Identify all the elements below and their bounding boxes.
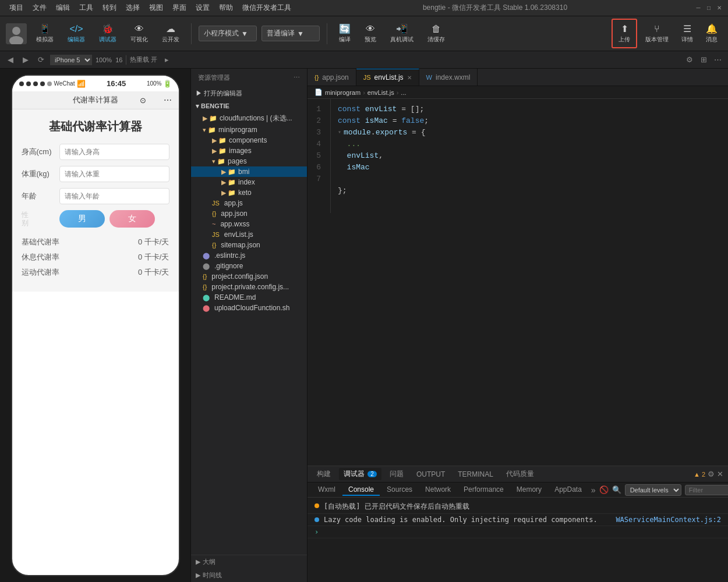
console-tab-sources[interactable]: Sources <box>381 484 418 496</box>
tab-close-envlist[interactable]: ✕ <box>407 74 412 81</box>
tab-codequality[interactable]: 代码质量 <box>501 468 539 480</box>
maximize-button[interactable]: □ <box>705 4 713 12</box>
nav-more-icon[interactable]: ⋯ <box>164 95 172 105</box>
clear-cache-button[interactable]: 🗑 清缓存 <box>423 22 450 46</box>
folder-icon: ▶ 📁 <box>212 147 227 155</box>
compiler-dropdown[interactable]: 普通编译 ▼ <box>261 26 320 41</box>
menu-interface[interactable]: 界面 <box>168 2 191 14</box>
outline-section[interactable]: ▶ 大纲 <box>191 555 307 569</box>
file-item-envlist[interactable]: JS envList.js <box>191 229 307 240</box>
console-line-3[interactable]: › <box>308 526 728 538</box>
detail-button[interactable]: ☰ 详情 <box>677 21 698 46</box>
timeline-section[interactable]: ▶ 时间线 <box>191 569 307 582</box>
code-editor[interactable]: 1 2 3 4 5 6 7 const envList = []; const … <box>308 99 728 466</box>
male-button[interactable]: 男 <box>59 210 105 228</box>
message-button[interactable]: 🔔 消息 <box>701 21 722 46</box>
breadcrumb-miniprogram[interactable]: miniprogram <box>325 89 361 96</box>
debugger-button[interactable]: 🐞 调试器 <box>94 21 121 46</box>
minimize-button[interactable]: ─ <box>694 4 702 12</box>
close-button[interactable]: ✕ <box>715 4 723 12</box>
filter-input[interactable] <box>685 485 728 495</box>
console-link-1[interactable]: WAServiceMainContext.js:2 <box>616 516 721 524</box>
more-tabs-icon[interactable]: » <box>589 485 598 495</box>
menu-wechat[interactable]: 微信开发者工具 <box>238 2 296 14</box>
cloud-button[interactable]: ☁ 云开发 <box>157 21 184 46</box>
console-tab-console[interactable]: Console <box>342 484 380 496</box>
visual-button[interactable]: 👁 可视化 <box>126 22 153 46</box>
open-editors-section[interactable]: ▶ 打开的编辑器 <box>191 87 307 100</box>
layout-icon[interactable]: ⊞ <box>698 54 709 66</box>
bottom-close-icon[interactable]: ✕ <box>717 470 723 478</box>
nav-menu-icon[interactable]: ⊙ <box>140 96 146 105</box>
tab-envlist-js[interactable]: JS envList.js ✕ <box>356 69 419 86</box>
settings-icon[interactable]: ⚙ <box>684 54 695 66</box>
file-item-app-json[interactable]: {} app.json <box>191 208 307 219</box>
menu-help[interactable]: 帮助 <box>214 2 238 14</box>
file-item-components[interactable]: ▶ 📁 components <box>191 135 307 146</box>
menu-tools[interactable]: 工具 <box>75 2 98 14</box>
tab-build[interactable]: 构建 <box>312 468 335 480</box>
back-icon[interactable]: ◀ <box>5 54 16 66</box>
file-item-images[interactable]: ▶ 📁 images <box>191 146 307 156</box>
menu-file[interactable]: 文件 <box>28 2 51 14</box>
weight-input[interactable] <box>59 166 169 182</box>
file-item-pages[interactable]: ▾ 📁 pages <box>191 156 307 166</box>
breadcrumb-envlist[interactable]: envList.js <box>367 89 394 96</box>
file-item-project-private[interactable]: {} project.private.config.js... <box>191 282 307 292</box>
file-item-cloudfunctions[interactable]: ▶ 📁 cloudfunctions | (未选... <box>191 112 307 125</box>
tab-terminal[interactable]: TERMINAL <box>453 469 498 480</box>
simulator-button[interactable]: 📱 模拟器 <box>31 21 58 46</box>
hotreload-toggle[interactable]: ▸ <box>161 54 172 66</box>
upload-button[interactable]: ⬆ 上传 <box>612 19 637 48</box>
menu-project[interactable]: 项目 <box>5 2 28 14</box>
console-input-area[interactable] <box>321 528 721 536</box>
file-item-app-wxss[interactable]: ~ app.wxss <box>191 219 307 229</box>
explorer-more-icon[interactable]: ⋯ <box>294 74 300 81</box>
forward-icon[interactable]: ▶ <box>20 54 31 66</box>
menu-edit[interactable]: 编辑 <box>51 2 75 14</box>
female-button[interactable]: 女 <box>109 210 155 228</box>
version-mgmt-button[interactable]: ⑂ 版本管理 <box>641 22 673 46</box>
console-tab-network[interactable]: Network <box>419 484 457 496</box>
mode-dropdown[interactable]: 小程序模式 ▼ <box>199 26 257 41</box>
console-tab-appdata[interactable]: AppData <box>549 484 588 496</box>
file-item-index-folder[interactable]: ▶ 📁 index <box>191 177 307 187</box>
menu-goto[interactable]: 转到 <box>98 2 121 14</box>
console-tab-wxml[interactable]: Wxml <box>312 484 341 496</box>
level-select[interactable]: Default levels <box>625 484 681 496</box>
bottom-settings-icon[interactable]: ⚙ <box>708 470 715 478</box>
menu-settings[interactable]: 设置 <box>191 2 214 14</box>
block-icon[interactable]: 🚫 <box>599 485 609 494</box>
preview-button[interactable]: 👁 预览 <box>360 22 381 46</box>
breadcrumb-more[interactable]: ... <box>401 89 406 96</box>
real-debug-button[interactable]: 📲 真机调试 <box>386 21 418 46</box>
tab-app-json[interactable]: {} app.json <box>308 69 356 86</box>
file-item-upload-sh[interactable]: ⬤ uploadCloudFunction.sh <box>191 303 307 313</box>
file-item-project-config[interactable]: {} project.config.json <box>191 271 307 282</box>
file-item-sitemap[interactable]: {} sitemap.json <box>191 240 307 250</box>
console-tab-performance[interactable]: Performance <box>458 484 510 496</box>
file-item-keto[interactable]: ▶ 📁 keto <box>191 187 307 198</box>
file-item-eslintrc[interactable]: ⬤ .eslintrc.js <box>191 250 307 261</box>
age-input[interactable] <box>59 188 169 204</box>
tab-output[interactable]: OUTPUT <box>412 469 450 480</box>
project-section[interactable]: ▾ BENGTIE <box>191 100 307 112</box>
more-icon[interactable]: ⋯ <box>712 54 723 66</box>
editor-button[interactable]: </> 编辑器 <box>63 22 90 46</box>
file-item-app-js[interactable]: JS app.js <box>191 198 307 208</box>
rotate-icon[interactable]: ⟳ <box>35 54 47 66</box>
search-console-icon[interactable]: 🔍 <box>612 485 621 494</box>
menu-view[interactable]: 视图 <box>144 2 168 14</box>
tab-debugger[interactable]: 调试器 2 <box>339 468 381 480</box>
file-item-bmi[interactable]: ▶ 📁 bmi <box>191 166 307 177</box>
file-item-gitignore[interactable]: ⬤ .gitignore <box>191 261 307 271</box>
device-select[interactable]: iPhone 5 <box>50 55 92 65</box>
console-tab-memory[interactable]: Memory <box>511 484 547 496</box>
height-input[interactable] <box>59 144 169 160</box>
tab-issues[interactable]: 问题 <box>385 468 408 480</box>
menu-select[interactable]: 选择 <box>121 2 144 14</box>
tab-index-wxml[interactable]: W index.wxml <box>419 69 478 86</box>
file-item-readme[interactable]: ⬤ README.md <box>191 292 307 303</box>
file-item-miniprogram[interactable]: ▾ 📁 miniprogram <box>191 125 307 135</box>
compile-button[interactable]: 🔄 编译 <box>334 21 355 46</box>
